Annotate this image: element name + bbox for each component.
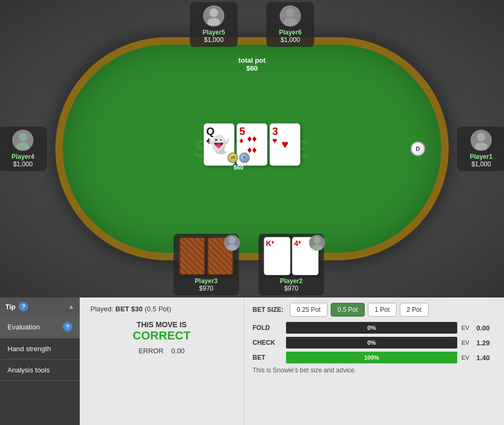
chips-center: 25 5 $60	[228, 152, 250, 171]
svg-point-8	[229, 236, 236, 243]
player4-stack: $1,000	[4, 160, 41, 168]
bet-label: BET	[253, 354, 282, 361]
svg-point-1	[207, 18, 220, 26]
svg-point-11	[312, 244, 322, 251]
bet-2-button[interactable]: 2 Pot	[400, 303, 429, 317]
sidebar-item-evaluation[interactable]: Evaluation ?	[0, 316, 80, 338]
bet-bar: 100%	[286, 352, 457, 363]
fold-row: FOLD 0% EV 0.00	[253, 322, 495, 334]
bottom-panel: Tip ? ▲ Evaluation ? Hand strength Analy…	[0, 298, 504, 425]
bet-size-label: BET SIZE:	[253, 306, 283, 313]
check-row: CHECK 0% EV 1.29	[253, 337, 495, 348]
player2-name: Player2	[264, 277, 318, 285]
pot-display: total pot $60	[238, 56, 265, 72]
player1-name: Player1	[463, 153, 500, 160]
svg-point-5	[16, 142, 29, 150]
played-label: Played:	[90, 305, 113, 313]
fold-bar: 0%	[286, 322, 457, 334]
this-move-label: THIS MOVE IS	[90, 320, 233, 329]
chip-amount: $60	[234, 164, 243, 171]
player1-avatar	[471, 130, 492, 151]
tip-label: Tip	[5, 303, 15, 311]
bet-pct: 100%	[364, 354, 379, 361]
error-label: ERROR	[139, 347, 164, 355]
fold-label: FOLD	[253, 324, 282, 332]
player2-avatar	[309, 235, 325, 251]
chip-stack: 25 5	[228, 152, 250, 163]
svg-point-3	[284, 18, 297, 26]
player6-avatar	[280, 5, 301, 27]
bet-025-button[interactable]: 0.25 Pot	[290, 303, 327, 317]
player5-box: Player5 $1,000	[190, 2, 238, 47]
svg-point-6	[477, 133, 485, 141]
this-move: THIS MOVE IS CORRECT	[90, 320, 233, 343]
svg-point-7	[475, 142, 488, 150]
hand-strength-label: Hand strength	[7, 345, 51, 353]
chip-2: 5	[239, 152, 250, 163]
played-detail: (0.5 Pot)	[145, 305, 171, 313]
evaluation-help-icon[interactable]: ?	[63, 322, 72, 332]
svg-point-9	[226, 244, 237, 251]
player6-name: Player6	[272, 29, 309, 36]
played-action: BET $30	[115, 305, 142, 313]
player5-avatar	[203, 5, 224, 27]
played-line: Played: BET $30 (0.5 Pot)	[90, 305, 233, 313]
help-icon[interactable]: ?	[19, 302, 28, 311]
player5-stack: $1,000	[195, 36, 232, 44]
check-ev-label: EV	[461, 339, 472, 346]
evaluation-label: Evaluation	[7, 323, 40, 331]
poker-table: SNOWIE total pot $60 Q ♣ 👻 5 ♦ ♦♦♦♦ 3	[55, 37, 449, 260]
player2-stack: $970	[264, 285, 318, 292]
player3-box: Player3 $970	[173, 234, 239, 295]
player4-name: Player4	[4, 153, 41, 160]
svg-point-2	[286, 8, 295, 17]
expand-icon[interactable]: ▲	[68, 303, 74, 310]
sidebar-item-analysis-tools[interactable]: Analysis tools	[0, 360, 80, 381]
error-value: 0.00	[171, 347, 184, 355]
community-card-3: 3 ♥ ♥	[270, 123, 300, 166]
player4-avatar	[12, 130, 33, 151]
bet-ev-value: 1.40	[476, 354, 495, 362]
svg-point-10	[314, 236, 321, 243]
player6-box: Player6 $1,000	[266, 2, 314, 47]
community-cards: Q ♣ 👻 5 ♦ ♦♦♦♦ 3 ♥ ♥	[204, 123, 300, 166]
fold-ev-value: 0.00	[476, 324, 495, 332]
pot-amount: $60	[238, 64, 265, 72]
bet-row: BET 100% EV 1.40	[253, 352, 495, 363]
main-content: Played: BET $30 (0.5 Pot) THIS MOVE IS C…	[80, 298, 243, 425]
check-ev-value: 1.29	[476, 339, 495, 347]
svg-point-4	[19, 133, 27, 141]
right-panel: BET SIZE: 0.25 Pot 0.5 Pot 1 Pot 2 Pot F…	[243, 298, 504, 425]
player3-avatar	[224, 235, 240, 251]
chip-1: 25	[228, 152, 238, 163]
player3-name: Player3	[179, 277, 233, 285]
svg-point-0	[209, 8, 218, 17]
tip-bar: Tip ? ▲	[0, 298, 80, 316]
pot-label: total pot	[238, 56, 265, 64]
sidebar: Tip ? ▲ Evaluation ? Hand strength Analy…	[0, 298, 80, 425]
fold-ev-label: EV	[461, 325, 472, 331]
dealer-button: D	[410, 141, 425, 156]
fold-pct: 0%	[367, 325, 376, 331]
sidebar-item-hand-strength[interactable]: Hand strength	[0, 338, 80, 360]
evaluation-area: Played: BET $30 (0.5 Pot) THIS MOVE IS C…	[80, 298, 243, 425]
analysis-tools-label: Analysis tools	[7, 366, 49, 374]
player3-stack: $970	[179, 285, 233, 292]
bet-size-row: BET SIZE: 0.25 Pot 0.5 Pot 1 Pot 2 Pot	[253, 303, 495, 317]
bet-05-button[interactable]: 0.5 Pot	[331, 303, 365, 317]
bet-1-button[interactable]: 1 Pot	[368, 303, 397, 317]
bet-ev-label: EV	[461, 354, 472, 361]
player6-stack: $1,000	[272, 36, 309, 44]
check-label: CHECK	[253, 339, 282, 346]
snowie-advice: This is Snowie's bet size and advice.	[253, 367, 495, 374]
check-bar: 0%	[286, 337, 457, 348]
player5-name: Player5	[195, 29, 232, 36]
player2-card1: K ♦	[264, 237, 290, 275]
poker-table-area: SNOWIE total pot $60 Q ♣ 👻 5 ♦ ♦♦♦♦ 3	[0, 0, 504, 298]
player3-card1	[179, 237, 205, 275]
player2-box: K ♦ 4 ♦ Player2 $970	[258, 234, 324, 295]
check-pct: 0%	[367, 339, 376, 346]
error-line: ERROR 0.00	[90, 347, 233, 355]
player1-box: Player1 $1,000	[457, 126, 504, 171]
this-move-correct: CORRECT	[90, 329, 233, 343]
